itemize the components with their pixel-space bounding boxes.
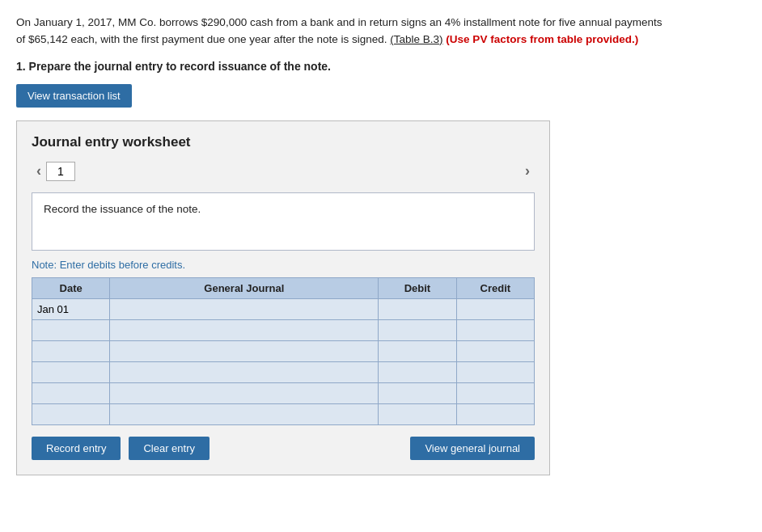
worksheet-container: Journal entry worksheet ‹ › Record the i… (16, 120, 550, 475)
input-credit-3[interactable] (457, 362, 534, 382)
entry-description-text: Record the issuance of the note. (44, 203, 201, 215)
cell-date-3[interactable] (32, 361, 110, 382)
col-header-credit: Credit (456, 277, 534, 298)
cell-credit-1[interactable] (456, 319, 534, 340)
intro-text-line2: of $65,142 each, with the first payment … (16, 33, 387, 45)
cell-date-5[interactable] (32, 403, 110, 424)
input-date-0[interactable] (32, 299, 109, 319)
instruction-body: Prepare the journal entry to record issu… (29, 60, 331, 73)
cell-credit-4[interactable] (456, 382, 534, 403)
table-row (32, 403, 535, 424)
input-debit-1[interactable] (379, 320, 455, 340)
cell-credit-5[interactable] (456, 403, 534, 424)
pv-note: (Use PV factors from table provided.) (446, 33, 638, 45)
input-credit-4[interactable] (457, 383, 534, 403)
cell-gj-0[interactable] (110, 298, 379, 319)
page-number-input[interactable] (46, 162, 75, 181)
table-row (32, 340, 535, 361)
cell-debit-4[interactable] (379, 382, 456, 403)
input-credit-0[interactable] (457, 299, 534, 319)
input-debit-3[interactable] (379, 362, 455, 382)
input-gj-2[interactable] (110, 341, 378, 361)
cell-date-4[interactable] (32, 382, 110, 403)
input-date-1[interactable] (32, 320, 109, 340)
record-entry-button[interactable]: Record entry (32, 437, 121, 460)
cell-debit-0[interactable] (379, 298, 456, 319)
cell-debit-2[interactable] (379, 340, 456, 361)
view-transaction-button[interactable]: View transaction list (16, 84, 132, 108)
input-credit-1[interactable] (457, 320, 534, 340)
table-row (32, 298, 535, 319)
input-date-2[interactable] (32, 341, 109, 361)
input-debit-4[interactable] (379, 383, 455, 403)
instruction-number: 1. (16, 60, 26, 73)
input-gj-0[interactable] (110, 299, 378, 319)
cell-debit-1[interactable] (379, 319, 456, 340)
view-general-journal-button[interactable]: View general journal (410, 437, 535, 460)
cell-gj-5[interactable] (110, 403, 379, 424)
cell-gj-2[interactable] (110, 340, 379, 361)
input-date-4[interactable] (32, 383, 109, 403)
journal-table: Date General Journal Debit Credit (32, 277, 535, 425)
input-credit-5[interactable] (457, 404, 534, 424)
table-b3-link[interactable]: (Table B.3) (390, 33, 442, 45)
cell-date-0[interactable] (32, 298, 110, 319)
cell-credit-2[interactable] (456, 340, 534, 361)
cell-date-1[interactable] (32, 319, 110, 340)
input-debit-5[interactable] (379, 404, 455, 424)
table-row (32, 319, 535, 340)
cell-gj-3[interactable] (110, 361, 379, 382)
prev-page-button[interactable]: ‹ (32, 163, 46, 179)
input-date-3[interactable] (32, 362, 109, 382)
intro-text-line1: On January 1, 2017, MM Co. borrows $290,… (16, 16, 662, 28)
clear-entry-button[interactable]: Clear entry (129, 437, 210, 460)
input-debit-0[interactable] (379, 299, 455, 319)
cell-date-2[interactable] (32, 340, 110, 361)
intro-paragraph: On January 1, 2017, MM Co. borrows $290,… (16, 15, 746, 49)
input-gj-5[interactable] (110, 404, 378, 424)
cell-credit-0[interactable] (456, 298, 534, 319)
note-text: Note: Enter debits before credits. (32, 259, 535, 271)
input-gj-3[interactable] (110, 362, 378, 382)
worksheet-title: Journal entry worksheet (32, 134, 535, 150)
cell-debit-5[interactable] (379, 403, 456, 424)
input-gj-4[interactable] (110, 383, 378, 403)
instruction-text: 1. Prepare the journal entry to record i… (16, 60, 746, 73)
col-header-debit: Debit (379, 277, 456, 298)
input-credit-2[interactable] (457, 341, 534, 361)
col-header-date: Date (32, 277, 110, 298)
input-date-5[interactable] (32, 404, 109, 424)
cell-credit-3[interactable] (456, 361, 534, 382)
bottom-buttons-row: Record entry Clear entry View general jo… (32, 437, 535, 460)
table-row (32, 361, 535, 382)
cell-debit-3[interactable] (379, 361, 456, 382)
col-header-general-journal: General Journal (110, 277, 379, 298)
input-debit-2[interactable] (379, 341, 455, 361)
nav-row: ‹ › (32, 162, 535, 181)
cell-gj-1[interactable] (110, 319, 379, 340)
next-page-button[interactable]: › (520, 163, 535, 179)
input-gj-1[interactable] (110, 320, 378, 340)
cell-gj-4[interactable] (110, 382, 379, 403)
table-row (32, 382, 535, 403)
entry-description-box: Record the issuance of the note. (32, 192, 535, 251)
